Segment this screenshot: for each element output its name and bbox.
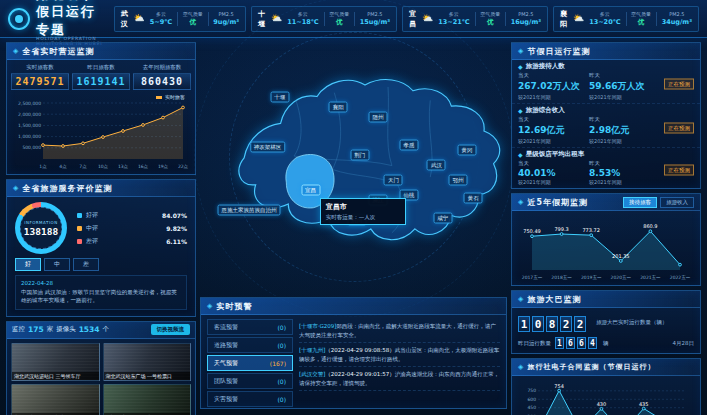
panel-icon: ◈ xyxy=(518,48,523,55)
weather-temp: 11~18℃ xyxy=(287,18,318,26)
weather-widget-yichang: 宜昌 ⛅ 多云13~21℃ 空气质量优 PM2.516ug/m³ xyxy=(402,6,548,32)
city-chip-suizhou[interactable]: 随州 xyxy=(369,112,388,123)
stat-row: 实时旅客数 2479571 昨日旅客数 1619141 去年同期旅客数 8604… xyxy=(7,60,195,92)
evaluation-gauge: INFORMATION 138188 xyxy=(15,202,67,254)
right-column: ◈ 节假日运行监测 ◆旅游接待人数 当天 267.02万人次 较2021年同期 … xyxy=(511,42,701,415)
video-caption: 湖北武汉站进站口 三号候车厅 xyxy=(12,372,99,380)
forecast-badge: 正在预测 xyxy=(664,78,694,89)
panel-icon: ◈ xyxy=(518,199,523,206)
tab-group-warning[interactable]: 团队预警(0) xyxy=(207,373,293,389)
cloud-icon: ⛅ xyxy=(271,14,282,23)
diamond-icon: ◆ xyxy=(518,107,523,114)
city-chip-xiangyang[interactable]: 襄阳 xyxy=(329,102,348,113)
panel-header: ◈ 旅行社电子合同监测（节假日运行） xyxy=(512,359,700,376)
aqi-value: 优 xyxy=(336,18,343,26)
tab-road-warning[interactable]: 道路预警(0) xyxy=(207,337,293,353)
divider xyxy=(505,12,506,26)
city-chip-xianning[interactable]: 咸宁 xyxy=(433,212,452,223)
svg-text:2,000,000: 2,000,000 xyxy=(18,112,41,117)
comment-date: 2022-04-28 xyxy=(21,280,181,286)
city-chip-yichang[interactable]: 宜昌 xyxy=(301,185,320,196)
tab-reception[interactable]: 接待旅客 xyxy=(623,197,657,208)
city-chip-huanggang[interactable]: 黄冈 xyxy=(458,144,477,155)
video-thumbnail[interactable]: 襄阳古隆中景区 北门入口 xyxy=(11,384,100,415)
camera-label: 摄像头 xyxy=(56,325,76,334)
svg-text:500,000: 500,000 xyxy=(22,145,41,150)
evaluation-body: INFORMATION 138188 好评84.07% 中评9.82% 差评6.… xyxy=(7,197,195,256)
svg-text:430: 430 xyxy=(597,401,607,407)
tab-disaster-warning[interactable]: 灾害预警(0) xyxy=(207,391,293,407)
panel-header: ◈ 全省旅游服务评价监测 xyxy=(7,180,195,197)
svg-text:2018五一: 2018五一 xyxy=(551,274,572,280)
panel-title: 节假日运行监测 xyxy=(527,46,590,57)
warning-tabs: 客流预警(0) 道路预警(0) 天气预警(167) 团队预警(0) 灾害预警(0… xyxy=(207,319,293,407)
city-chip-tianmen[interactable]: 天门 xyxy=(384,175,403,186)
stat-lastyear-passengers: 去年同期旅客数 860430 xyxy=(133,64,191,90)
pm-value: 16ug/m³ xyxy=(511,18,541,26)
divider xyxy=(626,12,627,26)
e-contract-chart: 01503004506007502022-01-012022-01-027544… xyxy=(518,378,694,415)
svg-text:2022五一: 2022五一 xyxy=(670,274,691,280)
video-thumbnail[interactable]: 恩施大峡谷景区 游客中心 xyxy=(103,384,192,415)
aqi-value: 优 xyxy=(638,18,645,26)
hubei-map[interactable] xyxy=(200,42,507,293)
tab-bad[interactable]: 差 xyxy=(73,258,99,271)
gauge-label: INFORMATION xyxy=(24,220,58,225)
panel-holiday-monitor: ◈ 节假日运行监测 ◆旅游接待人数 当天 267.02万人次 较2021年同期 … xyxy=(511,42,701,189)
tab-income[interactable]: 旅游收入 xyxy=(660,197,694,208)
metric-value: 8.53% xyxy=(589,168,660,178)
tab-good[interactable]: 好 xyxy=(15,258,41,271)
svg-text:750: 750 xyxy=(527,388,536,393)
city-chip-wuhan[interactable]: 武汉 xyxy=(427,159,446,170)
legend-row-mid: 中评9.82% xyxy=(77,224,187,233)
svg-text:860.9: 860.9 xyxy=(643,223,657,229)
panel-header: ◈ 节假日运行监测 xyxy=(512,43,700,60)
video-header: 监控 175 家 摄像头 1534 个 切换视频流 xyxy=(7,322,195,339)
bus-date: 4月28日 xyxy=(673,340,695,347)
video-thumbnail[interactable]: 湖北武汉站进站口 三号候车厅 xyxy=(11,343,100,381)
aqi-value: 优 xyxy=(189,18,196,26)
city-chip-shiyan[interactable]: 十堰 xyxy=(270,92,289,103)
left-column: ◈ 全省实时营运监测 实时旅客数 2479571 昨日旅客数 1619141 去… xyxy=(6,42,196,415)
weather-temp: 13~20℃ xyxy=(589,18,620,26)
svg-text:435: 435 xyxy=(639,401,649,407)
city-chip-xiaogan[interactable]: 孝感 xyxy=(399,139,418,150)
panel-header: ◈ 旅游大巴监测 xyxy=(512,291,700,308)
forecast-badge: 正在预测 xyxy=(664,165,694,176)
city-chip-enshi[interactable]: 恩施土家族苗族自治州 xyxy=(218,205,281,216)
tab-weather-warning[interactable]: 天气预警(167) xyxy=(207,355,293,371)
warnings-body: 客流预警(0) 道路预警(0) 天气预警(167) 团队预警(0) 灾害预警(0… xyxy=(201,315,506,411)
panel-icon: ◈ xyxy=(13,185,18,192)
legend-dot xyxy=(77,226,82,231)
monitor-unit: 家 xyxy=(47,325,54,334)
video-thumbnail[interactable]: 湖北武汉站东广场 一号检票口 xyxy=(103,343,192,381)
bus-count-digits: 10822 xyxy=(518,313,588,332)
svg-text:2,500,000: 2,500,000 xyxy=(18,101,41,106)
metric-value: 12.69亿元 xyxy=(518,124,589,137)
stat-value: 860430 xyxy=(133,73,191,90)
weather-city: 宜昌 xyxy=(409,9,417,29)
cloud-icon: ⛅ xyxy=(422,14,433,23)
tab-passenger-warning[interactable]: 客流预警(0) xyxy=(207,319,293,335)
switch-stream-button[interactable]: 切换视频流 xyxy=(151,324,191,335)
tab-mid[interactable]: 中 xyxy=(44,258,70,271)
weather-city: 襄阳 xyxy=(560,9,568,29)
svg-text:754: 754 xyxy=(554,383,564,389)
divider xyxy=(656,12,657,26)
city-chip-shennongjia[interactable]: 神农架林区 xyxy=(250,142,286,153)
city-chip-huangshi[interactable]: 黄石 xyxy=(464,192,483,203)
hourly-passenger-chart: 实时旅客 500,0001,000,0001,500,0002,000,0002… xyxy=(11,94,191,170)
monitor-label: 监控 xyxy=(12,325,25,334)
bus-count-label: 旅游大巴实时运行数量（辆） xyxy=(596,319,668,327)
map-tooltip: 宜昌市 实时客运量：—人次 xyxy=(320,198,406,225)
bus-sub-digits: 1664 xyxy=(555,337,599,349)
svg-text:600: 600 xyxy=(527,397,536,402)
legend-row-good: 好评84.07% xyxy=(77,211,187,220)
svg-text:201.35: 201.35 xyxy=(612,253,630,259)
svg-text:22点: 22点 xyxy=(178,164,189,169)
city-chip-jingmen[interactable]: 荆门 xyxy=(350,149,369,160)
stat-realtime-passengers: 实时旅客数 2479571 xyxy=(11,64,69,90)
city-chip-ezhou[interactable]: 鄂州 xyxy=(448,175,467,186)
metric-value: 59.66万人次 xyxy=(589,80,660,93)
panel-title: 全省实时营运监测 xyxy=(22,46,94,57)
